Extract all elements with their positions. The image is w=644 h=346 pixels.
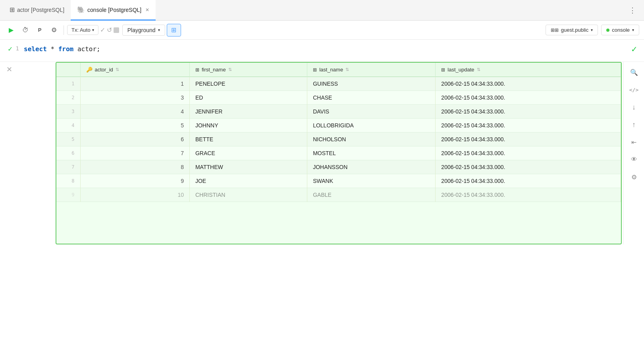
connection-status-dot	[606, 29, 609, 32]
history-button[interactable]: ⏱	[19, 24, 32, 37]
cell-last-name: MOSTEL	[307, 146, 436, 160]
col-header-last-name[interactable]: ⊞ last_name ⇅	[307, 63, 436, 77]
schema-icon: ⊞⊞	[551, 27, 559, 33]
commit-button[interactable]: ✓	[100, 26, 105, 34]
settings-side-button[interactable]: ⚙	[627, 170, 641, 184]
playground-selector[interactable]: Playground ▾	[122, 25, 165, 36]
cell-last-name: SWANK	[307, 174, 436, 188]
search-side-button[interactable]: 🔍	[627, 65, 641, 79]
line-check-icon: ✓	[8, 45, 13, 53]
editor-valid-icon: ✓	[631, 44, 638, 54]
cell-first-name: PENELOPE	[189, 77, 307, 91]
view-side-button[interactable]: 👁	[627, 152, 641, 167]
line-number-1: 1	[16, 45, 19, 52]
cell-rownum: 9	[56, 188, 80, 202]
table-row: 78MATTHEWJOHANSSON2006-02-15 04:34:33.00…	[56, 160, 621, 174]
close-results-button[interactable]: ✕	[6, 65, 12, 74]
toolbar-right: ⊞⊞ guest.public ▾ console ▾	[546, 25, 639, 35]
expand-side-button[interactable]: ⇤	[627, 135, 641, 149]
table-row: 67GRACEMOSTEL2006-02-15 04:34:33.000.	[56, 146, 621, 160]
toolbar: ▶ ⏱ P ⚙ Tx: Auto ▾ ✓ ↺ Playground ▾ ⊞ ⊞⊞…	[0, 21, 644, 40]
cell-last-update: 2006-02-15 04:34:33.000.	[436, 160, 621, 174]
editor-area: ✓ 1 select * from actor; ✓	[0, 40, 644, 62]
cell-last-update: 2006-02-15 04:34:33.000.	[436, 105, 621, 119]
settings-button[interactable]: ⚙	[48, 24, 60, 37]
cell-last-update: 2006-02-15 04:34:33.000.	[436, 188, 621, 202]
cell-last-name: GUINESS	[307, 77, 436, 91]
tab-console[interactable]: 🐘 console [PostgreSQL] ✕	[71, 0, 156, 21]
code-table: actor;	[77, 45, 100, 53]
cell-rownum: 8	[56, 174, 80, 188]
postgres-icon: 🐘	[77, 6, 85, 13]
code-editor[interactable]: select * from actor;	[24, 44, 100, 53]
side-panel: 🔍 </> ↓ ↑ ⇤ 👁 ⚙	[623, 62, 644, 244]
cell-last-update: 2006-02-15 04:34:33.000.	[436, 133, 621, 146]
cell-last-update: 2006-02-15 04:34:33.000.	[436, 119, 621, 133]
col-header-rownum	[56, 63, 80, 77]
col-header-first-name[interactable]: ⊞ first_name ⇅	[189, 63, 307, 77]
sort-icon-3[interactable]: ⇅	[345, 67, 349, 72]
line-numbers: ✓ 1	[0, 44, 24, 53]
cell-last-update: 2006-02-15 04:34:33.000.	[436, 146, 621, 160]
more-tabs-button[interactable]: ⋮	[624, 0, 641, 20]
tab-bar: ⊞ actor [PostgreSQL] 🐘 console [PostgreS…	[0, 0, 644, 21]
table-row: 23EDCHASE2006-02-15 04:34:33.000.	[56, 91, 621, 105]
cell-rownum: 1	[56, 77, 80, 91]
sort-icon-2[interactable]: ⇅	[228, 67, 232, 72]
cell-first-name: JENNIFER	[189, 105, 307, 119]
cell-last-name: CHASE	[307, 91, 436, 105]
chevron-down-icon: ▾	[92, 28, 94, 32]
cell-first-name: MATTHEW	[189, 160, 307, 174]
results-table-container: 🔑 actor_id ⇅ ⊞ first_name ⇅	[56, 62, 622, 244]
download-side-button[interactable]: ↓	[627, 100, 641, 114]
chevron-down-icon-2: ▾	[158, 28, 160, 32]
pin-button[interactable]: P	[33, 24, 46, 37]
results-tbody: 11PENELOPEGUINESS2006-02-15 04:34:33.000…	[56, 77, 621, 202]
col-actor-id-label: actor_id	[95, 67, 113, 73]
sort-icon[interactable]: ⇅	[116, 67, 119, 72]
connection-selector[interactable]: console ▾	[601, 25, 639, 35]
cell-first-name: JOE	[189, 174, 307, 188]
cell-rownum: 6	[56, 146, 80, 160]
cell-actor-id: 9	[80, 174, 189, 188]
stop-button[interactable]	[114, 27, 119, 33]
keyword-select: select	[24, 45, 47, 53]
upload-side-button[interactable]: ↑	[627, 117, 641, 132]
chevron-down-icon-3: ▾	[591, 28, 593, 32]
cell-first-name: ED	[189, 91, 307, 105]
table-row: 89JOESWANK2006-02-15 04:34:33.000.	[56, 174, 621, 188]
code-side-button[interactable]: </>	[627, 83, 641, 97]
run-button[interactable]: ▶	[5, 24, 17, 37]
sql-code[interactable]: select * from actor;	[24, 45, 100, 53]
sort-icon-4[interactable]: ⇅	[477, 67, 480, 72]
table-row: 34JENNIFERDAVIS2006-02-15 04:34:33.000.	[56, 105, 621, 119]
col-last-update-label: last_update	[447, 67, 474, 73]
chevron-down-icon-4: ▾	[632, 28, 634, 32]
playground-label: Playground	[127, 27, 156, 33]
tab-actor[interactable]: ⊞ actor [PostgreSQL]	[3, 0, 71, 21]
grid-view-button[interactable]: ⊞	[167, 24, 181, 37]
cell-last-name: NICHOLSON	[307, 133, 436, 146]
col-header-last-update[interactable]: ⊞ last_update ⇅	[436, 63, 621, 77]
cell-actor-id: 5	[80, 119, 189, 133]
tx-selector[interactable]: Tx: Auto ▾	[67, 25, 98, 35]
divider-1	[64, 25, 64, 35]
col-first-name-icon: ⊞	[195, 67, 199, 73]
cell-first-name: CHRISTIAN	[189, 188, 307, 202]
cell-actor-id: 7	[80, 146, 189, 160]
cell-actor-id: 1	[80, 77, 189, 91]
tx-label: Tx: Auto	[71, 27, 91, 33]
col-header-actor-id[interactable]: 🔑 actor_id ⇅	[80, 63, 189, 77]
tab-actor-label: actor [PostgreSQL]	[17, 7, 64, 13]
tab-close-icon[interactable]: ✕	[145, 7, 149, 13]
cell-rownum: 2	[56, 91, 80, 105]
undo-button[interactable]: ↺	[107, 26, 112, 34]
cell-rownum: 7	[56, 160, 80, 174]
cell-last-name: LOLLOBRIGIDA	[307, 119, 436, 133]
cell-last-name: JOHANSSON	[307, 160, 436, 174]
cell-actor-id: 6	[80, 133, 189, 146]
cell-last-name: DAVIS	[307, 105, 436, 119]
schema-selector[interactable]: ⊞⊞ guest.public ▾	[546, 25, 598, 35]
cell-last-update: 2006-02-15 04:34:33.000.	[436, 77, 621, 91]
col-last-name-icon: ⊞	[313, 67, 317, 73]
